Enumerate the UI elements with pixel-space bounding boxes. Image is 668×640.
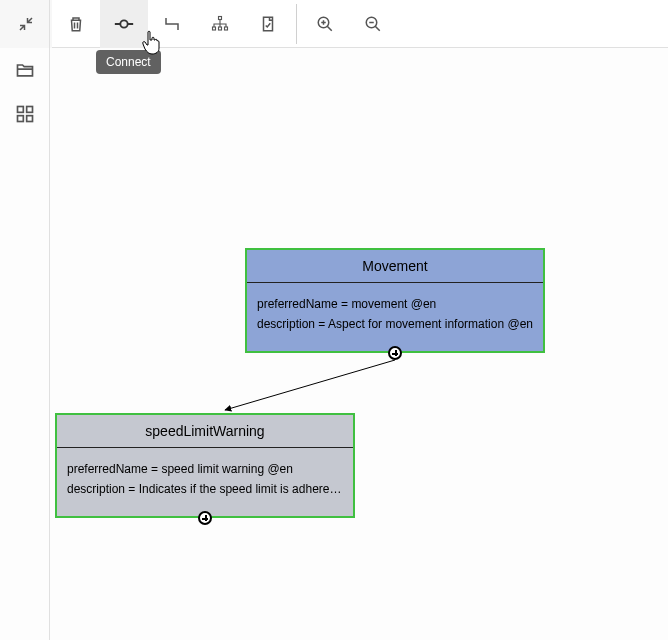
- node-property: preferredName = speed limit warning @en: [67, 462, 343, 476]
- port-bottom[interactable]: [198, 511, 212, 525]
- connect-icon: [113, 15, 135, 33]
- svg-point-0: [120, 20, 127, 27]
- node-title: Movement: [247, 250, 543, 283]
- node-property: description = Indicates if the speed lim…: [67, 482, 343, 496]
- edge-movement-to-speed: [225, 360, 395, 410]
- toolbar-separator: [296, 4, 297, 44]
- port-bottom[interactable]: [388, 346, 402, 360]
- tooltip: Connect: [96, 50, 161, 74]
- node-movement[interactable]: Movement preferredName = movement @en de…: [245, 248, 545, 353]
- folder-icon: [15, 60, 35, 80]
- hierarchy-button[interactable]: [196, 0, 244, 48]
- svg-rect-2: [213, 27, 216, 30]
- svg-rect-9: [17, 116, 23, 122]
- node-speed-limit-warning[interactable]: speedLimitWarning preferredName = speed …: [55, 413, 355, 518]
- svg-rect-7: [17, 107, 23, 113]
- svg-rect-10: [26, 116, 32, 122]
- format-icon: [163, 15, 181, 33]
- left-sidebar: [0, 0, 50, 640]
- delete-button[interactable]: [52, 0, 100, 48]
- node-body: preferredName = speed limit warning @en …: [57, 448, 353, 510]
- node-property: preferredName = movement @en: [257, 297, 533, 311]
- node-title: speedLimitWarning: [57, 415, 353, 448]
- sidebar-grid[interactable]: [13, 102, 37, 126]
- node-property: description = Aspect for movement inform…: [257, 317, 533, 331]
- node-body: preferredName = movement @en description…: [247, 283, 543, 345]
- svg-rect-8: [26, 107, 32, 113]
- svg-rect-1: [219, 16, 222, 19]
- toolbar: [0, 0, 668, 48]
- hierarchy-icon: [211, 15, 229, 33]
- validate-button[interactable]: [244, 0, 292, 48]
- svg-rect-3: [219, 27, 222, 30]
- zoom-in-icon: [316, 15, 334, 33]
- svg-rect-4: [225, 27, 228, 30]
- zoom-in-button[interactable]: [301, 0, 349, 48]
- zoom-out-icon: [364, 15, 382, 33]
- sidebar-explorer[interactable]: [13, 58, 37, 82]
- connect-button[interactable]: [100, 0, 148, 48]
- format-button[interactable]: [148, 0, 196, 48]
- canvas[interactable]: Movement preferredName = movement @en de…: [0, 48, 668, 640]
- validate-icon: [259, 15, 277, 33]
- zoom-out-button[interactable]: [349, 0, 397, 48]
- trash-icon: [67, 15, 85, 33]
- grid-icon: [15, 104, 35, 124]
